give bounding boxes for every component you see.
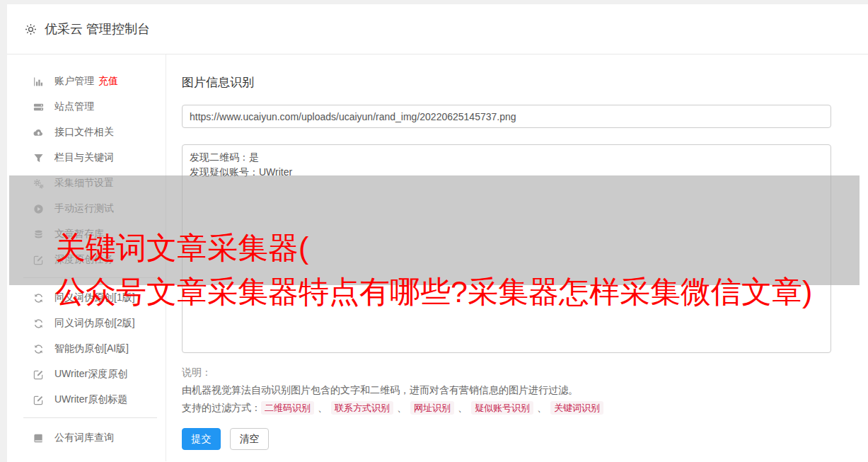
tag-separator: 、 xyxy=(537,402,547,413)
gear-icon xyxy=(24,23,37,36)
sidebar-item[interactable]: UWriter深度原创 xyxy=(7,362,166,387)
sidebar-item-label: 站点管理 xyxy=(54,100,94,113)
filter-tag: 二维码识别 xyxy=(261,401,314,415)
image-url-input[interactable] xyxy=(182,105,831,128)
sidebar-item[interactable]: 站点管理 xyxy=(7,94,166,120)
tag-separator: 、 xyxy=(318,402,328,413)
filter-tag: 关键词识别 xyxy=(550,401,603,415)
refresh-icon xyxy=(33,344,44,354)
sidebar-item-label: 栏目与关键词 xyxy=(54,151,114,164)
refresh-icon xyxy=(33,293,44,304)
sidebar-item[interactable]: 智能伪原创[AI版] xyxy=(7,336,166,362)
sidebar-item[interactable]: 公有词库查询 xyxy=(7,425,166,451)
sidebar-item-label: 智能伪原创[AI版] xyxy=(54,342,129,355)
sidebar-item[interactable]: UWriter原创标题 xyxy=(7,387,166,412)
server-icon xyxy=(33,102,44,112)
filter-tags: 二维码识别、联系方式识别、网址识别、疑似账号识别、关键词识别 xyxy=(261,399,603,417)
watermark-line2: 公众号文章采集器特点有哪些?采集器怎样采集微信文章) xyxy=(55,277,812,307)
button-row: 提交 清空 xyxy=(182,428,868,450)
edit-icon xyxy=(33,395,44,405)
description-block: 说明： 由机器视觉算法自动识别图片包含的文字和二维码，进而对含有营销信息的图片进… xyxy=(182,364,868,417)
sidebar-item-label: 公有词库查询 xyxy=(54,432,114,444)
sidebar-item[interactable]: 栏目与关键词 xyxy=(7,145,166,171)
edit-icon xyxy=(33,369,44,380)
tag-separator: 、 xyxy=(397,402,407,413)
tag-separator: 、 xyxy=(458,402,468,413)
filter-tag: 联系方式识别 xyxy=(331,401,393,415)
refresh-icon xyxy=(33,318,44,329)
sidebar-item-label: 同义词伪原创[2版] xyxy=(54,317,135,330)
filter-tag: 疑似账号识别 xyxy=(471,401,533,415)
clear-button[interactable]: 清空 xyxy=(230,428,269,450)
sidebar-item[interactable]: 账户管理充值 xyxy=(7,69,166,94)
description-label: 说明： xyxy=(182,364,868,381)
sidebar-item-label: 接口文件相关 xyxy=(54,126,114,139)
sidebar-item-label: 账户管理 xyxy=(54,75,94,88)
filter-icon xyxy=(33,153,44,163)
submit-button[interactable]: 提交 xyxy=(182,428,221,450)
app-header: 优采云 管理控制台 xyxy=(7,4,868,54)
sidebar-item-label: UWriter深度原创 xyxy=(54,368,127,381)
app-title: 优采云 管理控制台 xyxy=(45,21,150,37)
page: 优采云 管理控制台 账户管理充值站点管理接口文件相关栏目与关键词采集细节设置手动… xyxy=(0,0,868,462)
page-title: 图片信息识别 xyxy=(182,74,868,91)
description-line: 由机器视觉算法自动识别图片包含的文字和二维码，进而对含有营销信息的图片进行过滤。 xyxy=(182,381,868,399)
watermark-line1: 关键词文章采集器( xyxy=(55,233,308,263)
filters-prefix: 支持的过滤方式： xyxy=(182,399,261,417)
cloud-upload-icon xyxy=(33,127,44,138)
filters-line: 支持的过滤方式： 二维码识别、联系方式识别、网址识别、疑似账号识别、关键词识别 xyxy=(182,399,868,417)
recharge-badge[interactable]: 充值 xyxy=(98,75,118,88)
filter-tag: 网址识别 xyxy=(410,401,454,415)
sidebar-item[interactable]: 同义词伪原创[2版] xyxy=(7,311,166,336)
sidebar-item[interactable]: 接口文件相关 xyxy=(7,120,166,145)
book-icon xyxy=(33,433,44,444)
sidebar-item-label: UWriter原创标题 xyxy=(54,393,127,406)
sidebar-divider xyxy=(23,417,157,418)
bar-chart-icon xyxy=(33,76,44,87)
